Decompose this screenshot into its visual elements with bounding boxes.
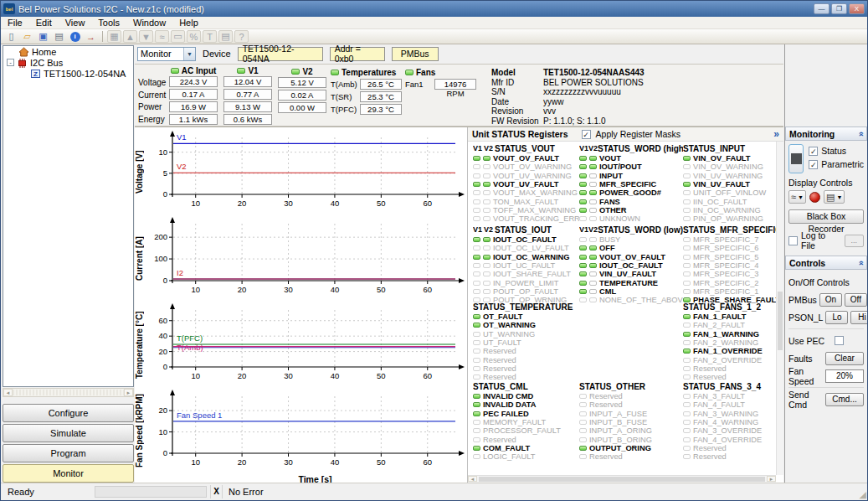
nav-program-button[interactable]: Program <box>3 444 134 462</box>
waveform-icon: ≈ <box>791 192 796 202</box>
status-bit-row: Reserved <box>473 355 579 364</box>
vertical-scrollbar[interactable] <box>776 142 783 475</box>
svg-text:30: 30 <box>284 285 293 294</box>
scrollbar-thumb[interactable] <box>479 477 765 482</box>
status-bit-label: IIN_OC_WARNING <box>693 206 761 214</box>
status-bit-label: MFR_SPECIFIC_4 <box>693 261 759 270</box>
value-field: 9.13 W <box>223 101 272 112</box>
status-bit-label: FAN_4_WARNING <box>693 418 758 426</box>
record-button[interactable] <box>809 192 820 203</box>
info-icon[interactable]: i <box>68 30 82 43</box>
scroll-right-icon[interactable]: ► <box>767 476 776 482</box>
scrollbar-thumb[interactable] <box>778 292 783 350</box>
status-group-name: STATUS_OTHER <box>579 382 645 392</box>
parametric-checkbox-row[interactable]: ✓ Parametric <box>809 158 864 171</box>
use-pec-checkbox[interactable] <box>835 336 844 345</box>
status-led <box>683 208 691 213</box>
report-icon: ▤ <box>826 192 835 203</box>
controls-title: Controls <box>789 258 825 268</box>
error-clear-icon[interactable]: X <box>210 485 223 498</box>
scroll-left-icon[interactable]: ◄ <box>3 389 13 396</box>
pson-hi-button[interactable]: Hi <box>850 311 868 324</box>
clear-faults-button[interactable]: Clear <box>825 352 864 365</box>
menu-view[interactable]: View <box>59 17 92 28</box>
svg-text:10: 10 <box>191 371 200 380</box>
status-bit-label: Reserved <box>483 436 516 444</box>
device-info-value: BEL POWER SOLUTIONS <box>543 78 644 88</box>
open-folder-icon[interactable]: ▱ <box>20 30 34 43</box>
minimize-button[interactable]: — <box>814 3 829 14</box>
pmbus-off-button[interactable]: Off <box>845 293 867 307</box>
menu-window[interactable]: Window <box>126 17 172 28</box>
nav-configure-button[interactable]: Configure <box>3 404 134 422</box>
monitoring-header[interactable]: Monitoring » <box>785 127 867 141</box>
save-icon[interactable]: ▣ <box>36 30 50 43</box>
chevron-down-icon[interactable]: ▼ <box>183 48 195 60</box>
status-bit-row: BUSY <box>579 235 683 244</box>
waveform-display-button[interactable]: ≈ ▼ <box>788 190 806 204</box>
menu-tools[interactable]: Tools <box>91 17 126 28</box>
status-led <box>683 446 691 451</box>
pmbus-on-button[interactable]: On <box>819 293 842 307</box>
svg-text:40: 40 <box>158 331 167 340</box>
print-icon[interactable]: ▤ <box>52 30 66 43</box>
horizontal-scrollbar[interactable]: ◄ ► <box>468 475 776 483</box>
menu-help[interactable]: Help <box>172 17 205 28</box>
status-led <box>683 173 691 178</box>
svg-text:10: 10 <box>158 147 167 157</box>
status-checkbox[interactable]: ✓ <box>809 147 818 156</box>
log-to-file-checkbox[interactable] <box>788 236 798 245</box>
status-group-status-fans-1-2: STATUS_FANS_1_2FAN_1_FAULTFAN_2_FAULTFAN… <box>683 302 781 382</box>
status-bit-row: TOFF_MAX_WARNING <box>473 206 579 214</box>
tree-item-tet1500-12-054na[interactable]: ZTET1500-12-054NA <box>3 68 133 79</box>
pson-lo-button[interactable]: Lo <box>825 311 848 324</box>
black-box-recorder-button[interactable]: Black Box Recorder <box>788 209 864 224</box>
parametric-checkbox[interactable]: ✓ <box>809 160 818 169</box>
scroll-left-icon[interactable]: ◄ <box>468 476 477 482</box>
report-display-button[interactable]: ▤ ▼ <box>824 190 845 204</box>
scroll-right-icon[interactable]: ► <box>124 389 133 396</box>
menu-edit[interactable]: Edit <box>29 17 59 28</box>
status-led <box>473 411 480 416</box>
status-bit-row: FAN_4_WARNING <box>683 418 781 426</box>
tree-expander-icon[interactable]: - <box>7 59 14 66</box>
new-file-icon[interactable]: ▯ <box>4 30 18 43</box>
tree-item-home[interactable]: Home <box>3 46 133 57</box>
browse-button[interactable]: ... <box>845 235 864 247</box>
close-button[interactable]: X <box>849 3 865 14</box>
status-bit-label: INVALID DATA <box>483 400 537 409</box>
status-bit-label: OUTPUT_ORING <box>589 444 651 452</box>
fan-speed-field[interactable]: 20% <box>825 369 864 383</box>
write-device-icon[interactable]: → <box>84 30 98 43</box>
status-groups-grid: V1V2STATUS_VOUTVOUT_OV_FAULTVOUT_OV_WARN… <box>473 144 775 474</box>
status-bit-row: FANS <box>579 197 683 205</box>
scroll-track[interactable] <box>13 390 124 395</box>
mode-select[interactable]: Monitor ▼ <box>137 47 196 61</box>
status-led <box>683 182 691 187</box>
measurement-label: T(Amb) <box>331 80 357 89</box>
stop-icon <box>791 153 802 164</box>
tree-item-i2c-bus[interactable]: -I2C Bus <box>3 57 133 68</box>
expand-panel-button[interactable]: » <box>773 128 779 140</box>
resize-grip[interactable]: ◢ <box>860 489 866 500</box>
menu-file[interactable]: File <box>1 17 29 28</box>
status-bit-label: INVALID CMD <box>483 392 533 400</box>
empty-cell <box>579 302 683 382</box>
nav-simulate-button[interactable]: Simulate <box>3 424 134 442</box>
status-led <box>483 182 490 187</box>
apply-masks-checkbox[interactable]: ✓ <box>582 130 591 139</box>
send-cmd-button[interactable]: Cmd... <box>825 393 864 406</box>
status-led <box>473 394 480 399</box>
device-name-field[interactable]: TET1500-12-054NA <box>238 47 323 61</box>
stop-monitoring-button[interactable] <box>788 144 804 173</box>
window-title: Bel Power Solutions I2C - New.z1c (modif… <box>18 4 814 14</box>
controls-header[interactable]: Controls » <box>785 256 867 270</box>
maximize-button[interactable]: ❐ <box>831 3 847 14</box>
tree-scrollbar[interactable]: ◄ ► <box>3 388 134 397</box>
status-led <box>473 281 480 286</box>
status-group-header: V1V2STATUS_VOUT <box>473 144 579 154</box>
collapse-icon[interactable]: » <box>855 260 865 265</box>
status-checkbox-row[interactable]: ✓ Status <box>809 144 864 158</box>
collapse-icon[interactable]: » <box>855 131 865 136</box>
nav-monitor-button[interactable]: Monitor <box>3 464 134 483</box>
